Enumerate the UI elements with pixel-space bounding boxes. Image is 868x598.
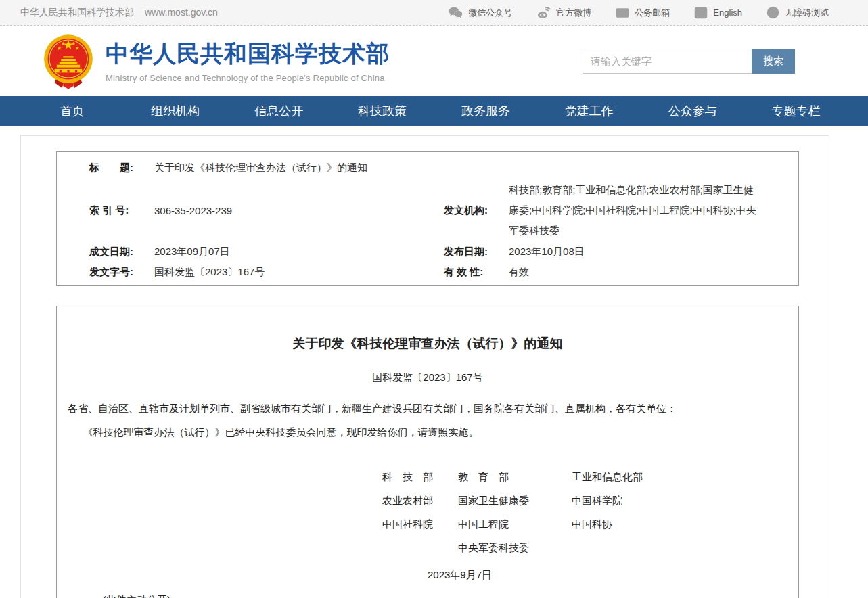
meta-doc-no-value: 国科发监〔2023〕167号 <box>154 266 265 279</box>
signer: 中国科协 <box>572 517 787 532</box>
meta-title-label: 标 题: <box>89 162 154 175</box>
signer <box>382 540 458 555</box>
primary-nav: 首页 组织机构 信息公开 科技政策 政务服务 党建工作 公众参与 专题专栏 <box>0 96 868 126</box>
weibo-label: 官方微博 <box>556 7 591 19</box>
org-name-cn: 中华人民共和国科学技术部 <box>106 39 390 70</box>
accessibility-link[interactable]: 无障碍浏览 <box>767 6 829 19</box>
national-emblem-logo <box>42 33 95 90</box>
wechat-link[interactable]: 微信公众号 <box>449 7 512 19</box>
signer: 教 育 部 <box>458 469 572 484</box>
weibo-link[interactable]: 官方微博 <box>536 7 591 19</box>
nav-item-public-participation[interactable]: 公众参与 <box>641 96 744 126</box>
meta-written-date-label: 成文日期: <box>89 246 154 258</box>
accessibility-icon <box>767 6 779 19</box>
meta-issuer-value: 科技部;教育部;工业和信息化部;农业农村部;国家卫生健康委;中国科学院;中国社科… <box>509 180 798 241</box>
nav-item-special-columns[interactable]: 专题专栏 <box>744 96 848 126</box>
meta-publish-date-label: 发布日期: <box>444 246 509 258</box>
disclosure-note: (此件主动公开) <box>103 594 787 598</box>
org-name-en: Ministry of Science and Technology of th… <box>106 73 390 83</box>
document-title: 关于印发《科技伦理审查办法（试行）》的通知 <box>68 335 787 352</box>
nav-item-home[interactable]: 首页 <box>20 96 124 126</box>
signer: 国家卫生健康委 <box>458 493 572 508</box>
signer: 中国科学院 <box>572 493 787 508</box>
signature-date: 2023年9月7日 <box>428 569 787 582</box>
search-input[interactable] <box>583 49 752 74</box>
weibo-icon <box>536 7 551 19</box>
nav-item-info-disclosure[interactable]: 信息公开 <box>227 96 331 126</box>
meta-index-label: 索 引 号: <box>89 204 154 217</box>
topbar-site-url[interactable]: www.most.gov.cn <box>145 7 218 18</box>
document-paragraph: 《科技伦理审查办法（试行）》已经中央科技委员会同意，现印发给你们，请遵照实施。 <box>68 420 787 444</box>
english-label: English <box>713 7 742 18</box>
nav-item-sci-tech-policy[interactable]: 科技政策 <box>331 96 434 126</box>
nav-item-organization[interactable]: 组织机构 <box>124 96 227 126</box>
mail-label: 公务邮箱 <box>635 7 670 19</box>
meta-issuer-label: 发文机构: <box>444 204 509 217</box>
mail-link[interactable]: 公务邮箱 <box>616 7 670 19</box>
meta-doc-no-label: 发文字号: <box>89 266 154 279</box>
topbar-site-name: 中华人民共和国科学技术部 <box>20 7 134 19</box>
accessibility-label: 无障碍浏览 <box>785 7 829 19</box>
signature-block: 科 技 部 教 育 部 工业和信息化部 农业农村部 国家卫生健康委 中国科学院 … <box>382 469 787 555</box>
document-body: 关于印发《科技伦理审查办法（试行）》的通知 国科发监〔2023〕167号 各省、… <box>56 306 799 598</box>
wechat-icon <box>449 7 463 19</box>
svg-text:En: En <box>697 9 706 17</box>
signer: 农业农村部 <box>382 493 458 508</box>
meta-written-date-value: 2023年09月07日 <box>154 246 230 258</box>
signer <box>572 540 787 555</box>
mail-icon <box>616 7 629 18</box>
document-meta-table: 标 题: 关于印发《科技伦理审查办法（试行）》的通知 索 引 号: 306-35… <box>56 151 799 286</box>
meta-title-value: 关于印发《科技伦理审查办法（试行）》的通知 <box>154 162 367 175</box>
signer: 中国社科院 <box>382 517 458 532</box>
meta-index-value: 306-35-2023-239 <box>154 205 232 216</box>
meta-validity-label: 有 效 性: <box>444 266 509 279</box>
nav-item-gov-services[interactable]: 政务服务 <box>434 96 538 126</box>
document-paragraph: 各省、自治区、直辖市及计划单列市、副省级城市有关部门，新疆生产建设兵团有关部门，… <box>68 396 787 420</box>
site-search: 搜索 <box>583 49 795 74</box>
signer: 工业和信息化部 <box>572 469 787 484</box>
signer: 中央军委科技委 <box>458 540 572 555</box>
content-panel: 标 题: 关于印发《科技伦理审查办法（试行）》的通知 索 引 号: 306-35… <box>20 135 829 598</box>
top-utility-bar: 中华人民共和国科学技术部 www.most.gov.cn 微信公众号 官方微博 … <box>0 0 868 26</box>
meta-validity-value: 有效 <box>509 266 529 279</box>
signer: 中国工程院 <box>458 517 572 532</box>
document-number: 国科发监〔2023〕167号 <box>68 371 787 384</box>
en-icon: En <box>694 7 708 19</box>
meta-publish-date-value: 2023年10月08日 <box>509 246 585 258</box>
english-link[interactable]: En English <box>694 7 742 19</box>
nav-item-party-building[interactable]: 党建工作 <box>537 96 641 126</box>
site-header: 中华人民共和国科学技术部 Ministry of Science and Tec… <box>0 26 868 96</box>
search-button[interactable]: 搜索 <box>752 49 795 74</box>
wechat-label: 微信公众号 <box>468 7 512 19</box>
signer: 科 技 部 <box>382 469 458 484</box>
